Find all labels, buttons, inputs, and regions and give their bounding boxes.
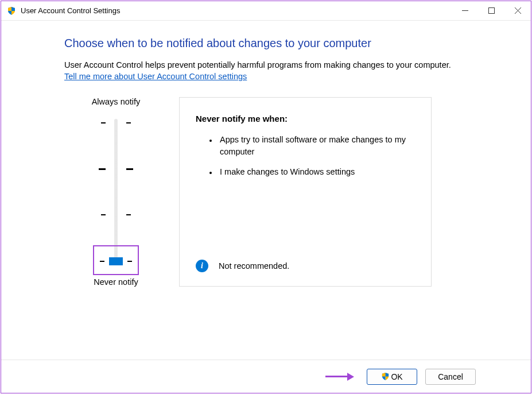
slider-highlight: [93, 245, 139, 275]
page-description: User Account Control helps prevent poten…: [64, 60, 473, 69]
titlebar: User Account Control Settings: [1, 1, 531, 21]
window-controls: [452, 1, 531, 20]
svg-rect-1: [488, 8, 494, 14]
shield-icon: [381, 372, 390, 381]
recommendation-text: Not recommended.: [219, 261, 289, 271]
info-bullet: I make changes to Windows settings: [218, 166, 415, 178]
learn-more-link[interactable]: Tell me more about User Account Control …: [64, 72, 247, 81]
shield-icon: [7, 6, 16, 16]
uac-settings-window: User Account Control Settings Choose whe…: [1, 1, 531, 393]
slider-label-never: Never notify: [94, 277, 138, 287]
slider-track[interactable]: [94, 114, 138, 269]
close-button[interactable]: [504, 1, 531, 20]
cancel-button-label: Cancel: [438, 372, 463, 381]
info-panel: Never notify me when: Apps try to instal…: [179, 97, 432, 287]
info-panel-footer: i Not recommended.: [196, 260, 415, 272]
info-panel-list: Apps try to install software or make cha…: [196, 134, 415, 186]
slider-label-always: Always notify: [92, 97, 141, 106]
window-title: User Account Control Settings: [21, 6, 452, 15]
minimize-button[interactable]: [452, 1, 478, 20]
bottom-bar: OK Cancel: [1, 360, 531, 393]
ok-button-label: OK: [391, 372, 402, 381]
main-row: Always notify: [76, 97, 473, 287]
page-headline: Choose when to be notified about changes…: [64, 37, 473, 50]
info-panel-title: Never notify me when:: [196, 114, 415, 123]
maximize-button[interactable]: [478, 1, 504, 20]
notification-slider: Always notify: [76, 97, 156, 287]
info-icon: i: [196, 260, 208, 272]
info-bullet: Apps try to install software or make cha…: [218, 134, 415, 158]
slider-thumb[interactable]: [109, 257, 123, 265]
content-area: Choose when to be notified about changes…: [1, 21, 531, 360]
ok-button[interactable]: OK: [367, 369, 417, 385]
arrow-annotation: [325, 373, 354, 381]
cancel-button[interactable]: Cancel: [425, 369, 476, 385]
